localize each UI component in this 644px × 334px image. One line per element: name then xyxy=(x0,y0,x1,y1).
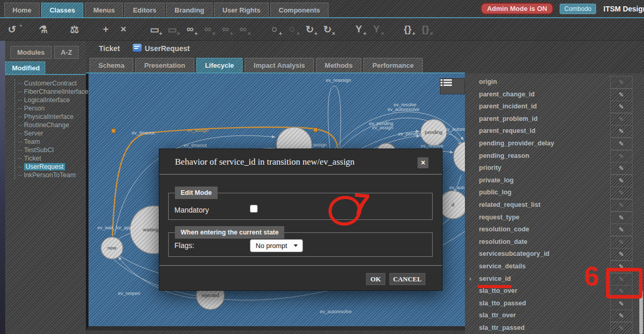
nav-tab-classes[interactable]: Classes xyxy=(41,3,83,17)
edit-field-button-pending_reason[interactable]: ✎ xyxy=(610,150,633,163)
view-tabs: SchemaPresentationLifecycleImpact Analys… xyxy=(90,58,425,72)
edit-field-button-sla_ttr_passed[interactable]: ✎ xyxy=(610,322,633,334)
state-node[interactable] xyxy=(453,141,465,172)
state-label: new xyxy=(107,245,117,251)
doc-tab-userrequest[interactable]: UserRequest xyxy=(145,44,190,53)
edit-field-button-parent_problem_id[interactable]: ✎ xyxy=(610,113,633,126)
edit-field-button-resolution_code[interactable]: ✎ xyxy=(610,224,633,236)
ok-button[interactable]: OK xyxy=(366,273,385,285)
edit-field-button-parent_request_id[interactable]: ✎ xyxy=(610,125,633,138)
class-item-team[interactable]: Team xyxy=(18,138,89,146)
card-delete-icon[interactable]: ▭× xyxy=(166,21,179,37)
compare-icon[interactable]: ⚖ xyxy=(68,21,81,37)
combodo-badge[interactable]: Combodo xyxy=(560,4,596,14)
field-label: parent_request_id xyxy=(479,127,535,134)
state-delete-icon[interactable]: ○× xyxy=(285,21,299,37)
flags-select[interactable]: No prompt xyxy=(250,239,303,252)
edit-field-button-parent_incident_id[interactable]: ✎ xyxy=(610,101,633,113)
transition-add-icon[interactable]: ↻+ xyxy=(303,21,317,37)
add-field-icon[interactable]: + xyxy=(99,21,112,37)
class-item-customercontract[interactable]: CustomerContract xyxy=(18,79,89,88)
edit-field-button-request_type[interactable]: ✎ xyxy=(610,212,633,224)
link-delete-icon[interactable]: ∞× xyxy=(201,21,214,37)
class-item-fiberchannelinterface[interactable]: FiberChannelInterface xyxy=(18,88,89,96)
diagram-list-button[interactable] xyxy=(440,78,465,94)
tab-lifecycle[interactable]: Lifecycle xyxy=(196,58,243,72)
nav-tab-home[interactable]: Home xyxy=(4,3,40,17)
tab-impact-analysis[interactable]: Impact Analysis xyxy=(245,58,314,72)
nav-tab-branding[interactable]: Branding xyxy=(166,3,212,17)
nav-tab-user-rights[interactable]: User Rights xyxy=(214,3,269,17)
pencil-icon: ✎ xyxy=(618,226,624,233)
check-model-icon[interactable]: ⚗ xyxy=(36,21,50,37)
class-item-routinechange[interactable]: RoutineChange xyxy=(18,121,89,129)
sidebar-tab-az[interactable]: A-Z xyxy=(54,46,79,59)
delete-field-icon[interactable]: × xyxy=(117,21,130,37)
field-row-sla_tto_over: sla_tto_over✎ xyxy=(465,285,644,297)
tab-schema[interactable]: Schema xyxy=(90,58,133,72)
edit-field-button-sla_ttr_over[interactable]: ✎ xyxy=(610,310,633,322)
nav-tab-components[interactable]: Components xyxy=(270,3,328,17)
pencil-icon: ✎ xyxy=(618,276,624,283)
edge-label-ev_timeout: ev_timeout xyxy=(132,130,155,135)
mandatory-checkbox[interactable] xyxy=(250,205,258,213)
field-row-sla_ttr_over: sla_ttr_over✎ xyxy=(465,310,644,321)
edit-field-button-public_log[interactable]: ✎ xyxy=(610,187,633,199)
class-item-physicalinterface[interactable]: PhysicalInterface xyxy=(18,113,89,121)
pencil-icon: ✎ xyxy=(618,239,624,246)
nav-tab-editors[interactable]: Editors xyxy=(124,3,165,17)
nav-tab-menus[interactable]: Menus xyxy=(85,3,123,17)
sidebar-tab-modules[interactable]: Modules xyxy=(10,46,52,59)
dialog-title: Behavior of service_id in transition new… xyxy=(175,157,355,167)
edit-field-button-pending_provider_delay[interactable]: ✎ xyxy=(610,138,633,150)
class-item-ticket[interactable]: Ticket xyxy=(18,154,89,163)
sidebar-tab-modified[interactable]: Modified xyxy=(5,61,45,75)
edit-field-button-priority[interactable]: ✎ xyxy=(610,162,633,175)
class-item-person[interactable]: Person xyxy=(18,104,89,113)
transition-delete-icon[interactable]: ↻× xyxy=(321,21,334,37)
edit-field-button-sla_tto_passed[interactable]: ✎ xyxy=(610,298,633,310)
brackets-delete-icon[interactable]: {}× xyxy=(419,21,432,37)
edit-field-button-servicesubcategory_id[interactable]: ✎ xyxy=(610,248,633,261)
class-item-logicalinterface[interactable]: LogicalInterface xyxy=(18,96,89,104)
edit-field-button-service_id[interactable]: ✎ xyxy=(610,273,633,286)
vertical-scrollbar[interactable] xyxy=(639,290,643,334)
edit-field-button-related_request_list[interactable]: ✎ xyxy=(610,199,633,212)
edit-field-button-private_log[interactable]: ✎ xyxy=(610,175,633,187)
card-add-icon[interactable]: ▭+ xyxy=(148,21,161,37)
cancel-button[interactable]: CANCEL xyxy=(389,273,425,285)
field-label: sla_ttr_passed xyxy=(479,324,525,331)
edit-field-button-sla_tto_over[interactable]: ✎ xyxy=(610,285,633,298)
edit-field-button-parent_change_id[interactable]: ✎ xyxy=(610,89,633,101)
graph-add-icon[interactable]: Y+ xyxy=(352,21,365,37)
linkset-delete-icon[interactable]: ∞× xyxy=(236,21,250,37)
link-add-icon[interactable]: ∞+ xyxy=(183,21,197,37)
nav-right-area: Admin Mode is ON Combodo ITSM Designer xyxy=(481,0,644,17)
close-icon[interactable]: × xyxy=(418,157,428,168)
class-item-testsubcl[interactable]: TestSubCl xyxy=(18,146,89,154)
field-label: sla_ttr_over xyxy=(479,312,516,319)
tab-performance[interactable]: Performance xyxy=(363,58,422,72)
edge-handle[interactable] xyxy=(111,129,116,133)
dialog-divider xyxy=(159,174,442,175)
tab-methods[interactable]: Methods xyxy=(316,58,361,72)
edge-handle[interactable] xyxy=(313,128,318,132)
edit-field-button-service_details[interactable]: ✎ xyxy=(610,261,633,273)
state-add-icon[interactable]: ○+ xyxy=(268,21,281,37)
doc-tab-ticket[interactable]: Ticket xyxy=(99,44,120,53)
linkset-add-icon[interactable]: ∞+ xyxy=(219,21,232,37)
edit-field-button-resolution_date[interactable]: ✎ xyxy=(610,236,633,249)
expand-chevron-icon[interactable]: › xyxy=(469,275,471,282)
tab-presentation[interactable]: Presentation xyxy=(135,58,194,72)
field-label: request_type xyxy=(479,214,520,221)
class-item-userrequest[interactable]: UserRequest xyxy=(18,163,89,171)
edit-field-button-origin[interactable]: ✎ xyxy=(610,76,633,89)
undo-icon[interactable]: ↺▾ xyxy=(5,21,19,37)
entering-state-fieldset: When entering the current state Flags: N… xyxy=(168,232,433,257)
class-item-server[interactable]: Server xyxy=(18,129,89,138)
pencil-icon: ✎ xyxy=(618,128,624,135)
behavior-dialog: Behavior of service_id in transition new… xyxy=(159,149,443,291)
class-item-lnkpersontoteam[interactable]: lnkPersonToTeam xyxy=(18,171,89,179)
graph-delete-icon[interactable]: Y× xyxy=(370,21,383,37)
brackets-add-icon[interactable]: {}+ xyxy=(401,21,414,37)
